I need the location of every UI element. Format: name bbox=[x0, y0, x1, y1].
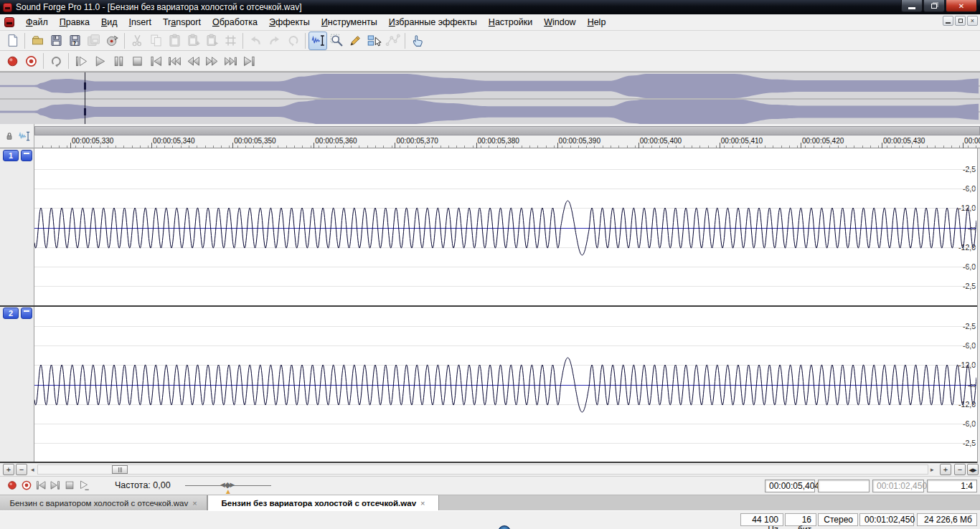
ruler-major-tick bbox=[639, 143, 639, 148]
ruler-scroll-grip[interactable] bbox=[34, 126, 980, 135]
pencil-button[interactable] bbox=[346, 32, 364, 50]
to-end-button[interactable] bbox=[240, 52, 258, 70]
loop-icon bbox=[49, 54, 64, 69]
zoom-out-time-button[interactable]: − bbox=[954, 464, 966, 475]
stop-button[interactable] bbox=[128, 52, 146, 70]
ruler-major-tick bbox=[70, 143, 71, 148]
scroll-left-arrow[interactable]: ◂ bbox=[31, 466, 34, 473]
scrub-rate-slider[interactable]: ◄◆► bbox=[185, 485, 271, 486]
to-start-icon bbox=[149, 54, 164, 69]
menu-инструменты[interactable]: Инструменты bbox=[316, 15, 383, 29]
transport-toolbar bbox=[0, 51, 980, 72]
playbar-to-start-button[interactable] bbox=[33, 477, 49, 493]
edit-tool-button[interactable] bbox=[308, 32, 327, 50]
publish-button[interactable] bbox=[103, 32, 121, 50]
fwd-all-icon bbox=[223, 54, 238, 69]
menu-window[interactable]: Window bbox=[538, 15, 581, 29]
menu-правка[interactable]: Правка bbox=[54, 15, 95, 29]
ruler-major-tick bbox=[314, 143, 314, 148]
save-button[interactable] bbox=[47, 32, 65, 50]
save-all-icon bbox=[86, 33, 101, 48]
length-field: 00:01:02,450 bbox=[859, 513, 914, 526]
menu-настройки[interactable]: Настройки bbox=[483, 15, 538, 29]
ruler-major-tick bbox=[151, 143, 152, 148]
open-button[interactable] bbox=[28, 32, 47, 50]
save-as-icon bbox=[67, 33, 83, 48]
event-tool-button[interactable] bbox=[364, 32, 383, 50]
standard-toolbar bbox=[0, 31, 980, 51]
playbar-arm-record-button[interactable] bbox=[19, 477, 34, 493]
fwd-button[interactable] bbox=[202, 52, 221, 70]
zoom-fit-button[interactable]: ◂▸ bbox=[967, 464, 979, 475]
channel-1-badge[interactable]: 1 bbox=[3, 150, 19, 161]
channel-1-waveform[interactable] bbox=[34, 148, 976, 305]
menu-help[interactable]: Help bbox=[582, 15, 612, 29]
record-button[interactable] bbox=[3, 52, 22, 70]
zoom-out-vertical-button[interactable]: − bbox=[16, 464, 27, 475]
repeat-button bbox=[283, 32, 302, 50]
arm-record-button[interactable] bbox=[22, 52, 40, 70]
zoom-in-vertical-button[interactable]: + bbox=[3, 464, 14, 475]
scroll-right-arrow[interactable]: ▸ bbox=[930, 466, 934, 473]
arm-record-icon bbox=[20, 479, 33, 492]
record-icon bbox=[6, 479, 19, 492]
channel-2-waveform[interactable] bbox=[34, 306, 976, 462]
play-u-icon bbox=[77, 479, 90, 492]
menu-transport[interactable]: Transport bbox=[157, 15, 207, 29]
playbar-play-u-button[interactable] bbox=[76, 477, 92, 493]
ruler-label: 00:00 bbox=[964, 137, 980, 145]
overview-waveform[interactable] bbox=[0, 72, 980, 124]
menu-insert[interactable]: Insert bbox=[123, 15, 157, 29]
menu-вид[interactable]: Вид bbox=[95, 15, 123, 29]
document-tab-1[interactable]: Бензин с вариатором холостой с отсечкой.… bbox=[0, 495, 207, 510]
mdi-minimize-button[interactable] bbox=[943, 16, 953, 26]
playbar-record-button[interactable] bbox=[4, 477, 20, 493]
channel-2-badge[interactable]: 2 bbox=[3, 308, 19, 319]
rew-all-button[interactable] bbox=[165, 52, 184, 70]
minimize-button[interactable] bbox=[901, 0, 923, 12]
play-button[interactable] bbox=[90, 52, 109, 70]
pause-button[interactable] bbox=[109, 52, 128, 70]
channel-1-minimize-button[interactable] bbox=[21, 150, 32, 161]
overview-cursor[interactable] bbox=[85, 72, 85, 125]
mdi-close-button[interactable]: × bbox=[967, 16, 978, 26]
document-tab-2[interactable]: Бензин без вариатора холостой с отсечкой… bbox=[207, 495, 439, 510]
menu-файл[interactable]: Файл bbox=[20, 15, 54, 29]
redo-icon bbox=[267, 33, 282, 48]
tab-close-icon[interactable]: × bbox=[420, 499, 425, 507]
playbar-to-end-button[interactable] bbox=[47, 477, 63, 493]
scrollbar-track[interactable] bbox=[37, 464, 928, 475]
tab-close-icon[interactable]: × bbox=[192, 499, 197, 507]
magnify-button[interactable] bbox=[327, 32, 346, 50]
loop-button[interactable] bbox=[47, 52, 65, 70]
waveform-edit-area[interactable]: 1-2,5-6,0-12,0-∞-12,0-6,0-2,52-2,5-6,0-1… bbox=[0, 148, 980, 463]
trim-button bbox=[221, 32, 240, 50]
save-as-button[interactable] bbox=[65, 32, 84, 50]
menu-обработка[interactable]: Обработка bbox=[207, 15, 263, 29]
restore-button[interactable] bbox=[923, 0, 945, 12]
channel-2-minimize-button[interactable] bbox=[21, 308, 32, 319]
ruler-label: 00:00:05,430 bbox=[883, 137, 925, 145]
app-icon bbox=[3, 3, 12, 12]
new-doc-button[interactable] bbox=[3, 32, 22, 50]
fwd-all-button[interactable] bbox=[221, 52, 240, 70]
scrollbar-thumb[interactable] bbox=[112, 465, 128, 474]
toolbar-separator bbox=[242, 33, 243, 49]
to-start-button[interactable] bbox=[146, 52, 165, 70]
close-button[interactable]: ✕ bbox=[946, 0, 977, 12]
rew-button[interactable] bbox=[184, 52, 202, 70]
edit-tool-indicator-icon bbox=[18, 130, 31, 143]
zoom-in-time-button[interactable]: + bbox=[940, 464, 951, 475]
paste-new-icon bbox=[204, 33, 220, 48]
open-icon bbox=[30, 33, 45, 48]
mdi-restore-button[interactable] bbox=[955, 16, 966, 26]
time-ruler[interactable]: 00:00:05,33000:00:05,34000:00:05,35000:0… bbox=[0, 124, 980, 148]
fwd-icon bbox=[204, 54, 220, 69]
play-all-button[interactable] bbox=[72, 52, 90, 70]
touch-button[interactable] bbox=[408, 32, 427, 50]
record-icon bbox=[5, 54, 20, 69]
cut-button bbox=[128, 32, 146, 50]
menu-эффекты[interactable]: Эффекты bbox=[263, 15, 316, 29]
playbar-stop-button[interactable] bbox=[62, 477, 77, 493]
menu-избранные-эффекты[interactable]: Избранные эффекты bbox=[383, 15, 483, 29]
